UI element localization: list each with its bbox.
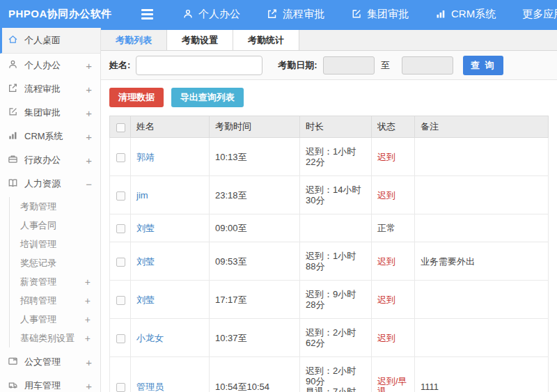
table-row: 刘莹 17:17至 迟到：9小时28分 迟到 bbox=[110, 281, 549, 319]
note-cell bbox=[415, 319, 549, 357]
clean-data-button[interactable]: 清理数据 bbox=[109, 88, 164, 107]
sidebar-item-group-approval[interactable]: 集团审批 + bbox=[0, 101, 100, 125]
row-checkbox[interactable] bbox=[116, 224, 125, 233]
main-content: 考勤列表 考勤设置 考勤统计 姓名: 考勤日期: 至 查 询 清理数据 导出查询… bbox=[101, 28, 557, 392]
user-icon bbox=[182, 8, 194, 19]
expand-plus-icon[interactable]: + bbox=[86, 84, 92, 95]
employee-name-link[interactable]: jim bbox=[136, 190, 148, 201]
sidebar-subitem-salary-mgmt[interactable]: 薪资管理+ bbox=[10, 272, 100, 291]
sidebar-subitem-recruit-mgmt[interactable]: 招聘管理+ bbox=[10, 291, 100, 310]
top-header-bar: PHPOA协同办公软件 个人办公 流程审批 集团审批 CRM系统 更多应用 bbox=[0, 0, 557, 28]
row-checkbox[interactable] bbox=[116, 258, 125, 267]
col-note: 备注 bbox=[415, 116, 549, 138]
search-button[interactable]: 查 询 bbox=[463, 56, 503, 75]
date-to-input[interactable] bbox=[402, 56, 453, 75]
nav-personal-office[interactable]: 个人办公 bbox=[182, 8, 240, 21]
employee-name-link[interactable]: 郭靖 bbox=[136, 152, 155, 162]
collapse-minus-icon[interactable]: − bbox=[86, 178, 92, 190]
employee-name-link[interactable]: 管理员 bbox=[136, 382, 164, 392]
sidebar-item-document-mgmt[interactable]: 公文管理 + bbox=[0, 350, 100, 374]
user-icon bbox=[8, 59, 24, 72]
document-icon bbox=[8, 356, 24, 368]
row-checkbox[interactable] bbox=[116, 334, 125, 343]
col-name: 姓名 bbox=[131, 116, 210, 138]
sidebar-subitem-base-category[interactable]: 基础类别设置+ bbox=[10, 329, 100, 347]
attendance-time: 09:53至 bbox=[210, 242, 300, 281]
sidebar-item-desktop[interactable]: 个人桌面 bbox=[0, 28, 100, 54]
note-cell bbox=[415, 176, 549, 214]
status-cell: 迟到 bbox=[372, 138, 415, 176]
date-to-separator: 至 bbox=[381, 59, 390, 72]
select-all-checkbox[interactable] bbox=[116, 123, 125, 132]
expand-plus-icon[interactable]: + bbox=[85, 314, 91, 325]
table-row: jim 23:18至 迟到：14小时30分 迟到 bbox=[110, 176, 549, 214]
row-checkbox[interactable] bbox=[116, 153, 125, 162]
nav-group-approval[interactable]: 集团审批 bbox=[351, 8, 409, 21]
employee-name-link[interactable]: 刘莹 bbox=[136, 223, 155, 233]
row-checkbox[interactable] bbox=[116, 383, 125, 392]
attendance-table: 姓名 考勤时间 时长 状态 备注 郭靖 10:13至 迟到：1小时22分 迟到 bbox=[109, 116, 549, 392]
col-duration: 时长 bbox=[300, 116, 372, 138]
menu-toggle-icon[interactable] bbox=[141, 9, 153, 19]
expand-plus-icon[interactable]: + bbox=[86, 60, 92, 72]
duration-cell: 迟到：14小时30分 bbox=[300, 176, 372, 214]
nav-crm-system[interactable]: CRM系统 bbox=[435, 8, 496, 21]
attendance-time: 17:17至 bbox=[210, 281, 300, 319]
sidebar-subitem-hr-contract[interactable]: 人事合同 bbox=[10, 216, 100, 235]
name-input[interactable] bbox=[136, 56, 262, 75]
expand-plus-icon[interactable]: + bbox=[85, 276, 91, 288]
note-cell bbox=[415, 138, 549, 176]
tab-attendance-stats[interactable]: 考勤统计 bbox=[233, 30, 299, 50]
tab-attendance-list[interactable]: 考勤列表 bbox=[101, 30, 167, 50]
export-list-button[interactable]: 导出查询列表 bbox=[171, 88, 244, 107]
attendance-content: 清理数据 导出查询列表 姓名 考勤时间 时长 状态 备注 bbox=[101, 80, 557, 392]
nav-more-apps[interactable]: 更多应用 bbox=[522, 8, 557, 21]
nav-workflow-approval[interactable]: 流程审批 bbox=[267, 8, 324, 21]
expand-plus-icon[interactable]: + bbox=[86, 107, 92, 119]
sidebar-subitem-attendance-mgmt[interactable]: 考勤管理 bbox=[10, 197, 100, 216]
status-cell: 迟到 bbox=[372, 319, 415, 357]
app-logo[interactable]: PHPOA协同办公软件 bbox=[0, 8, 101, 21]
row-checkbox[interactable] bbox=[116, 191, 125, 201]
note-cell bbox=[415, 214, 549, 242]
flow-icon bbox=[267, 8, 278, 19]
col-time: 考勤时间 bbox=[210, 116, 300, 138]
briefcase-icon bbox=[8, 154, 24, 166]
expand-plus-icon[interactable]: + bbox=[86, 380, 92, 392]
attendance-time: 10:13至 bbox=[210, 138, 300, 176]
sidebar-subitem-reward-record[interactable]: 奖惩记录 bbox=[10, 253, 100, 272]
sidebar-item-admin-office[interactable]: 行政办公 + bbox=[0, 148, 100, 172]
duration-cell: 迟到：1小时22分 bbox=[300, 138, 372, 176]
date-label: 考勤日期: bbox=[278, 59, 317, 72]
sidebar-item-crm[interactable]: CRM系统 + bbox=[0, 125, 100, 148]
attendance-time: 10:54至10:54 bbox=[210, 357, 300, 392]
home-icon bbox=[8, 34, 24, 47]
status-cell: 迟到 bbox=[372, 242, 415, 281]
status-cell: 迟到 bbox=[372, 281, 415, 319]
status-cell: 迟到 bbox=[372, 176, 415, 214]
expand-plus-icon[interactable]: + bbox=[86, 356, 92, 368]
expand-plus-icon[interactable]: + bbox=[86, 155, 92, 166]
employee-name-link[interactable]: 刘莹 bbox=[136, 295, 155, 305]
sidebar-item-hr[interactable]: 人力资源 − bbox=[0, 172, 100, 196]
tab-attendance-settings[interactable]: 考勤设置 bbox=[167, 30, 233, 50]
sidebar-item-personal-office[interactable]: 个人办公 + bbox=[0, 54, 100, 77]
expand-plus-icon[interactable]: + bbox=[85, 295, 91, 306]
expand-plus-icon[interactable]: + bbox=[85, 333, 91, 344]
edit-icon bbox=[351, 8, 362, 19]
sidebar-item-workflow-approval[interactable]: 流程审批 + bbox=[0, 77, 100, 101]
date-from-input[interactable] bbox=[323, 56, 375, 75]
row-checkbox[interactable] bbox=[116, 296, 125, 305]
sidebar-item-vehicle-mgmt[interactable]: 用车管理 + bbox=[0, 374, 100, 392]
chart-icon bbox=[435, 8, 446, 19]
sidebar-subitem-training-mgmt[interactable]: 培训管理 bbox=[10, 235, 100, 253]
filter-bar: 姓名: 考勤日期: 至 查 询 bbox=[101, 51, 557, 80]
note-cell: 业务需要外出 bbox=[415, 242, 549, 281]
book-icon bbox=[8, 178, 24, 190]
sidebar-subitem-personnel-mgmt[interactable]: 人事管理+ bbox=[10, 310, 100, 329]
car-icon bbox=[8, 379, 24, 392]
note-cell: 1111 bbox=[415, 357, 549, 392]
employee-name-link[interactable]: 小龙女 bbox=[136, 333, 164, 343]
expand-plus-icon[interactable]: + bbox=[86, 131, 92, 143]
employee-name-link[interactable]: 刘莹 bbox=[136, 256, 155, 267]
